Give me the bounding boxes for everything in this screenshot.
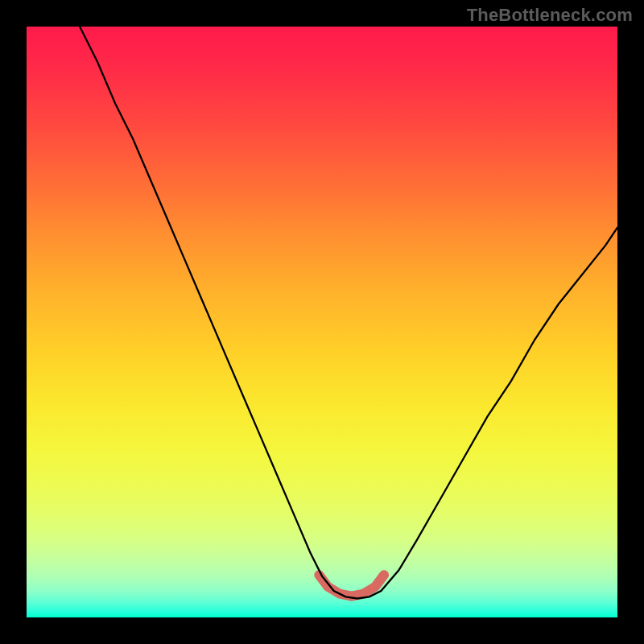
watermark-text: TheBottleneck.com — [467, 5, 633, 26]
bottleneck-curve — [80, 27, 617, 599]
chart-frame: TheBottleneck.com — [0, 0, 644, 644]
chart-svg — [27, 27, 617, 617]
plot-area — [27, 27, 617, 617]
